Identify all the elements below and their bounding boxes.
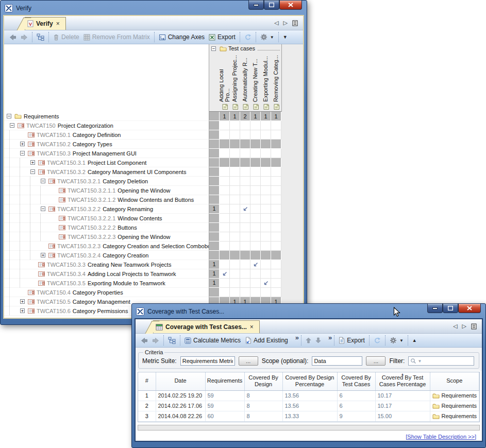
matrix-cell[interactable]: [271, 177, 281, 186]
matrix-row-header-cell[interactable]: [209, 288, 220, 297]
table-column-header[interactable]: ▲Covered By Test Cases Percentage: [375, 372, 430, 390]
matrix-cell[interactable]: [230, 167, 240, 177]
matrix-row-header-cell[interactable]: [209, 149, 220, 158]
matrix-cell[interactable]: [261, 288, 271, 297]
matrix-row-header-cell[interactable]: [209, 232, 220, 242]
table-cell[interactable]: 6: [337, 401, 375, 411]
matrix-row-header-cell[interactable]: [209, 167, 220, 177]
matrix-cell[interactable]: [230, 186, 240, 195]
matrix-cell[interactable]: [261, 177, 271, 186]
matrix-cell[interactable]: [220, 269, 230, 279]
tab-close-icon[interactable]: ×: [56, 20, 60, 27]
matrix-row-header-cell[interactable]: [209, 214, 220, 223]
table-row[interactable]: 22014.02.26 17.0659813.56610.17Requireme…: [138, 401, 479, 411]
table-cell[interactable]: 2014.04.08 22.26: [156, 411, 205, 421]
matrix-cell[interactable]: [220, 149, 230, 158]
matrix-cell[interactable]: [240, 269, 250, 279]
metric-suite-input[interactable]: [180, 356, 235, 366]
change-axes-button[interactable]: Change Axes: [157, 33, 207, 41]
matrix-cell[interactable]: [220, 140, 230, 149]
table-cell[interactable]: 1: [138, 390, 156, 401]
collapse-group-icon[interactable]: −: [211, 46, 216, 51]
matrix-cell[interactable]: [271, 260, 281, 269]
export-button[interactable]: Export: [337, 336, 367, 344]
matrix-cell[interactable]: [240, 195, 250, 204]
table-column-header[interactable]: Date: [156, 372, 205, 390]
matrix-cell[interactable]: [261, 140, 271, 149]
table-cell[interactable]: 10.17: [375, 390, 430, 401]
table-column-header[interactable]: Scope: [430, 372, 479, 390]
matrix-cell[interactable]: [230, 251, 240, 260]
matrix-cell[interactable]: [240, 232, 250, 242]
matrix-cell[interactable]: [271, 242, 281, 251]
nav-prev-icon[interactable]: ◁: [274, 20, 278, 26]
matrix-cell[interactable]: [261, 167, 271, 177]
matrix-column-header[interactable]: Creating New T...: [250, 53, 261, 111]
matrix-cell[interactable]: [230, 214, 240, 223]
matrix-cell[interactable]: [240, 140, 250, 149]
matrix-cell[interactable]: [271, 167, 281, 177]
show-table-description-link[interactable]: [Show Table Description >>]: [406, 434, 476, 440]
matrix-column-header[interactable]: Adding Local Pro...: [220, 53, 230, 111]
scope-browse-button[interactable]: ...: [366, 356, 386, 366]
tree-item[interactable]: −TWCAT150.3Project Management GUI: [4, 149, 209, 158]
matrix-cell[interactable]: [220, 204, 230, 214]
table-cell[interactable]: 10.17: [375, 401, 430, 411]
chevron-overflow-icon[interactable]: »: [328, 335, 332, 340]
table-cell[interactable]: 2014.02.26 17.06: [156, 401, 205, 411]
matrix-row-header-cell[interactable]: [209, 186, 220, 195]
table-column-header[interactable]: Covered By Test Cases: [337, 372, 375, 390]
matrix-cell[interactable]: [230, 232, 240, 242]
tree-item[interactable]: −TWCAT150.3.2Category Management UI Comp…: [4, 167, 209, 177]
matrix-cell[interactable]: [220, 186, 230, 195]
horizontal-scrollbar[interactable]: [138, 425, 480, 430]
matrix-row-header-cell[interactable]: 1: [209, 279, 220, 288]
minimize-button[interactable]: [427, 304, 443, 313]
matrix-cell[interactable]: [220, 232, 230, 242]
matrix-cell[interactable]: [220, 223, 230, 232]
matrix-cell[interactable]: [230, 260, 240, 269]
matrix-cell[interactable]: [220, 279, 230, 288]
tab-coverage[interactable]: Coverage with Test Cases... ×: [153, 320, 260, 333]
matrix-cell[interactable]: [240, 260, 250, 269]
tab-close-icon[interactable]: ×: [249, 323, 254, 331]
table-row[interactable]: 32014.04.08 22.2660813.33915.00Requireme…: [138, 411, 479, 421]
tree-item[interactable]: +TWCAT150.3.2.4Category Creation: [4, 251, 209, 260]
matrix-cell[interactable]: [220, 167, 230, 177]
table-cell[interactable]: 13.56: [282, 390, 337, 401]
matrix-cell[interactable]: [240, 242, 250, 251]
tree-item[interactable]: −TWCAT150.3.2.2Category Renaming: [4, 204, 209, 214]
matrix-cell[interactable]: [261, 232, 271, 242]
table-cell[interactable]: 13.56: [282, 401, 337, 411]
matrix-column-header[interactable]: Exporting Modul...: [261, 53, 271, 111]
matrix-cell[interactable]: 1: [230, 112, 240, 121]
matrix-cell[interactable]: 1: [271, 112, 281, 121]
matrix-cell[interactable]: [220, 260, 230, 269]
matrix-cell[interactable]: [250, 279, 261, 288]
matrix-cell[interactable]: [261, 269, 271, 279]
collapse-icon[interactable]: −: [7, 114, 11, 118]
matrix-row-header-cell[interactable]: [209, 195, 220, 204]
close-button[interactable]: [458, 304, 481, 313]
metric-suite-browse-button[interactable]: ...: [239, 356, 258, 366]
tree-item[interactable]: TWCAT150.3.2.2.3Opening the Window: [4, 232, 209, 242]
matrix-cell[interactable]: [250, 140, 261, 149]
matrix-cell[interactable]: [250, 288, 261, 297]
hierarchy-button[interactable]: [166, 336, 178, 344]
maximize-button[interactable]: [443, 304, 458, 313]
nav-next-icon[interactable]: ▷: [462, 323, 466, 330]
tree-item[interactable]: +TWCAT150.2Category Types: [4, 140, 209, 149]
matrix-row-header-cell[interactable]: [209, 121, 220, 130]
matrix-cell[interactable]: [271, 140, 281, 149]
tree-item[interactable]: TWCAT150.3.2.3Category Creation and Sele…: [4, 242, 209, 251]
matrix-cell[interactable]: [271, 279, 281, 288]
matrix-cell[interactable]: [261, 242, 271, 251]
hierarchy-button[interactable]: [35, 33, 46, 41]
table-cell[interactable]: 8: [244, 401, 282, 411]
matrix-cell[interactable]: [250, 260, 261, 269]
collapse-icon[interactable]: −: [30, 169, 35, 174]
matrix-row-header-cell[interactable]: 1: [209, 204, 220, 214]
matrix-cell[interactable]: [230, 158, 240, 167]
matrix-cell[interactable]: [250, 167, 261, 177]
maximize-button[interactable]: [264, 1, 279, 10]
